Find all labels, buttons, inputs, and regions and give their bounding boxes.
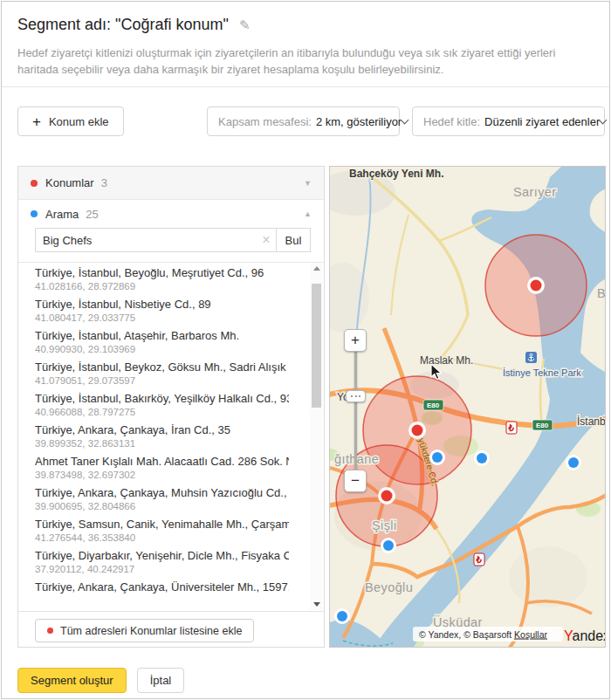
zoom-slider-track[interactable] [354, 341, 357, 481]
yandex-logo: Yandex [564, 628, 606, 643]
list-item[interactable]: Türkiye, İstanbul, Beykoz, Göksu Mh., Sa… [18, 357, 324, 388]
copyright-text: © Yandex, © Başarsoft [419, 629, 514, 640]
list-item[interactable]: Türkiye, Ankara, Çankaya, İran Cd., 35 3… [18, 420, 324, 451]
red-dot-icon [31, 180, 38, 187]
coords-text: 39.900695, 32.804866 [35, 500, 289, 512]
location-marker-red[interactable] [527, 277, 545, 294]
list-item[interactable]: Türkiye, İstanbul, Nisbetiye Cd., 89 41.… [18, 294, 324, 326]
search-marker-blue[interactable] [429, 450, 445, 465]
search-bar: × Bul [35, 228, 311, 252]
search-count: 25 [86, 208, 98, 221]
clear-search-icon[interactable]: × [257, 229, 276, 251]
map-canvas[interactable]: Büyükdere Cd. E80 E80 ₺ ₺ [329, 166, 606, 648]
address-text: Ahmet Taner Kışlalı Mah. Alacaatlı Cad. … [35, 454, 289, 469]
address-text: Türkiye, İstanbul, Bakırköy, Yeşilköy Ha… [35, 391, 289, 406]
list-item[interactable]: Türkiye, İstanbul, Beyoğlu, Meşrutiyet C… [18, 263, 324, 294]
coords-text: 41.028166, 28.972869 [35, 280, 289, 292]
list-item[interactable]: Türkiye, Samsun, Canik, Yenimahalle Mh.,… [18, 514, 324, 546]
zoom-out-button[interactable]: − [344, 470, 367, 492]
address-text: Türkiye, İstanbul, Ataşehir, Barbaros Mh… [35, 328, 289, 343]
coverage-value: 2 km, gösteriliyor [316, 115, 402, 128]
list-item[interactable]: Türkiye, İstanbul, Bakırköy, Yeşilköy Ha… [18, 388, 324, 420]
locations-panel: Konumlar 3 ▼ Arama 25 ▲ × Bul Türkiye, İ… [17, 166, 325, 648]
search-label: Arama [45, 208, 79, 221]
list-item[interactable]: Ahmet Taner Kışlalı Mah. Alacaatlı Cad. … [18, 451, 324, 483]
search-marker-blue[interactable] [474, 450, 490, 466]
audience-label: Hedef kitle: [423, 115, 480, 128]
location-marker-red[interactable] [408, 422, 426, 439]
page-description: Hedef ziyaretçi kitlenizi oluşturmak içi… [17, 45, 597, 79]
coords-text: 41.079051, 29.073597 [35, 374, 289, 387]
add-location-button[interactable]: + Konum ekle [17, 106, 124, 136]
list-item[interactable]: Türkiye, Ankara, Çankaya, Üniversiteler … [18, 577, 324, 596]
segment-editor-page: Segment adı: "Coğrafi konum" ✎ Hedef ziy… [1, 1, 610, 699]
list-item[interactable]: Türkiye, İstanbul, Ataşehir, Barbaros Mh… [18, 326, 324, 357]
bottom-actions: Segment oluştur İptal [17, 668, 184, 693]
address-text: Türkiye, Ankara, Çankaya, Üniversiteler … [35, 580, 289, 594]
anchor-icon [525, 352, 537, 363]
map-label-maslak: Maslak Mh. [420, 354, 473, 367]
target-audience-dropdown[interactable]: Hedef kitle: Düzenli ziyaret edenler [412, 106, 605, 136]
lira-poi-icon: ₺ [474, 553, 484, 566]
coords-text: 40.966088, 28.797275 [35, 406, 289, 418]
map-label-istinye: İstinye Tekne Park [503, 367, 581, 378]
add-location-label: Konum ekle [49, 115, 109, 128]
search-marker-blue[interactable] [334, 608, 350, 624]
search-marker-blue[interactable] [381, 538, 396, 553]
search-input[interactable] [36, 229, 257, 251]
address-text: Türkiye, İstanbul, Beyoğlu, Meşrutiyet C… [35, 265, 289, 280]
add-all-label: Tüm adresleri Konumlar listesine ekle [60, 625, 242, 637]
edit-pencil-icon[interactable]: ✎ [239, 17, 251, 32]
collapse-down-icon[interactable]: ▼ [304, 179, 312, 188]
address-text: Türkiye, Ankara, Çankaya, İran Cd., 35 [35, 422, 289, 437]
coords-text: 39.899352, 32.863131 [35, 437, 289, 450]
address-text: Türkiye, Diyarbakır, Yenişehir, Dicle Mh… [35, 548, 289, 563]
coords-text: 40.990930, 29.103969 [35, 343, 289, 355]
map-label-istanbul: İstanbul [577, 415, 606, 428]
svg-text:₺: ₺ [508, 423, 515, 433]
svg-text:E80: E80 [427, 401, 440, 409]
list-item[interactable]: Türkiye, Diyarbakır, Yenişehir, Dicle Mh… [18, 546, 324, 577]
scrollbar-thumb[interactable] [312, 284, 321, 408]
map-svg[interactable]: Büyükdere Cd. E80 E80 ₺ ₺ [330, 167, 606, 648]
svg-text:E80: E80 [536, 422, 549, 429]
coverage-distance-dropdown[interactable]: Kapsam mesafesi: 2 km, gösteriliyor [207, 106, 400, 136]
map-label-sariyer: Sarıyer [513, 185, 557, 199]
address-text: Türkiye, Samsun, Canik, Yenimahalle Mh.,… [35, 517, 289, 532]
address-results-list: Türkiye, İstanbul, Beyoğlu, Meşrutiyet C… [18, 262, 324, 611]
chevron-down-icon [401, 115, 409, 124]
svg-text:₺: ₺ [476, 555, 483, 565]
zoom-slider-handle[interactable] [346, 390, 366, 402]
section-locations[interactable]: Konumlar 3 ▼ [18, 167, 324, 200]
collapse-up-icon[interactable]: ▲ [304, 209, 312, 218]
locations-label: Konumlar [45, 176, 94, 189]
audience-value: Düzenli ziyaret edenler [484, 115, 600, 128]
find-button[interactable]: Bul [285, 234, 302, 247]
red-dot-icon [47, 628, 53, 634]
scroll-up-arrow[interactable] [310, 263, 323, 274]
coords-text: 37.920112, 40.242917 [35, 563, 289, 575]
add-all-addresses-button[interactable]: Tüm adresleri Konumlar listesine ekle [35, 619, 254, 642]
map-label-beyoglu: Beyoğlu [365, 580, 413, 594]
address-text: Türkiye, İstanbul, Nisbetiye Cd., 89 [35, 297, 289, 312]
create-segment-button[interactable]: Segment oluştur [17, 668, 127, 693]
cancel-button[interactable]: İptal [137, 668, 185, 693]
find-button-wrap: Bul [276, 229, 310, 251]
e80-badge: E80 [423, 400, 443, 410]
location-marker-red[interactable] [378, 487, 395, 504]
list-item[interactable]: Türkiye, Ankara, Çankaya, Muhsin Yazıcıo… [18, 483, 324, 514]
segment-name-value: "Coğrafi konum" [115, 16, 229, 33]
coverage-label: Kapsam mesafesi: [218, 115, 312, 128]
terms-link[interactable]: Koşullar [514, 629, 547, 640]
section-search[interactable]: Arama 25 ▲ [18, 201, 324, 227]
page-title: Segment adı: "Coğrafi konum" ✎ [17, 16, 251, 34]
scroll-down-arrow[interactable] [310, 599, 323, 610]
zoom-in-button[interactable]: + [344, 329, 367, 352]
chevron-down-icon [599, 115, 608, 124]
map-label-sisli: Şişli [372, 518, 397, 532]
panel-footer: Tüm adresleri Konumlar listesine ekle [18, 611, 324, 649]
address-text: Türkiye, İstanbul, Beykoz, Göksu Mh., Sa… [35, 360, 289, 374]
search-marker-blue[interactable] [566, 455, 581, 470]
svg-text:© Yandex, © Başarsoft Koşullar: © Yandex, © Başarsoft Koşullar [419, 629, 548, 640]
list-scrollbar[interactable] [310, 263, 323, 610]
